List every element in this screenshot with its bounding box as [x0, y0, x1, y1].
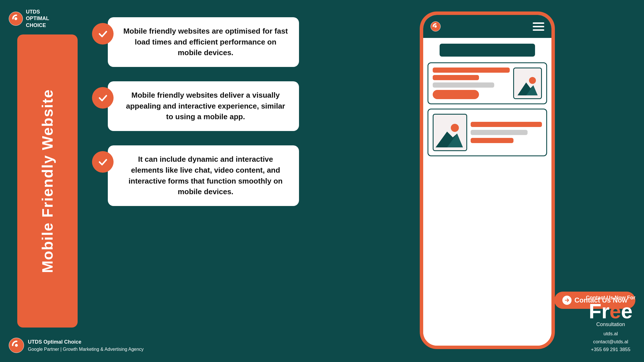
- feature-text-3: It can include dynamic and interactive e…: [122, 154, 289, 197]
- svg-point-13: [15, 344, 18, 347]
- phone-logo-small: [430, 21, 441, 32]
- feature-card-1: Mobile friendly websites are optimised f…: [108, 17, 299, 67]
- free-word-e: e: [610, 300, 621, 323]
- phone-card-2: [428, 109, 547, 156]
- free-text-large: Free: [586, 301, 635, 321]
- svg-point-9: [451, 124, 459, 132]
- card2-line3: [471, 138, 513, 143]
- feature-card-2: Mobile friendly websites deliver a visua…: [108, 81, 299, 131]
- card2-line1: [471, 122, 542, 127]
- banner-title: Mobile Friendly Website: [39, 89, 56, 273]
- feature-cards-area: Mobile friendly websites are optimised f…: [92, 17, 299, 220]
- card1-line2: [433, 75, 479, 80]
- card2-line2: [471, 130, 528, 135]
- contact-phone: +355 69 291 3855: [586, 346, 635, 353]
- check-icon-2: [92, 87, 114, 109]
- phone-hero-bar: [440, 44, 535, 57]
- phone-card-1-lines: [433, 68, 510, 99]
- check-icon-3: [92, 151, 114, 173]
- card1-btn: [433, 90, 479, 99]
- contact-details: utds.al contact@utds.al +355 69 291 3855: [586, 330, 635, 353]
- free-consultation-area: Contact Us Now For Free Consultation utd…: [586, 295, 635, 353]
- phone-card1-image: [513, 68, 542, 99]
- logo-icon: [9, 11, 23, 26]
- brand-name: UTDS OPTIMAL CHOICE: [26, 9, 49, 29]
- feature-item-3: It can include dynamic and interactive e…: [92, 145, 299, 206]
- svg-point-1: [14, 17, 17, 20]
- feature-text-2: Mobile friendly websites deliver a visua…: [122, 90, 289, 122]
- free-word-fr: Fr: [589, 300, 610, 323]
- bottom-logo-text: UTDS Optimal Choice Google Partner | Gro…: [28, 338, 144, 353]
- free-word-e2: e: [621, 300, 632, 323]
- phone-card2-lines: [471, 114, 542, 151]
- svg-point-5: [529, 77, 536, 84]
- card1-line3: [433, 82, 494, 88]
- vertical-banner: Mobile Friendly Website: [17, 34, 78, 328]
- svg-point-3: [434, 25, 437, 28]
- contact-arrow-icon: [562, 296, 572, 305]
- phone-screen-content: [423, 38, 551, 346]
- card1-line1: [433, 68, 510, 73]
- logo-area: UTDS OPTIMAL CHOICE: [9, 9, 49, 29]
- bottom-logo-icon: [9, 338, 24, 353]
- feature-text-1: Mobile friendly websites are optimised f…: [122, 26, 289, 58]
- feature-card-3: It can include dynamic and interactive e…: [108, 145, 299, 206]
- contact-website: utds.al: [586, 330, 635, 338]
- footer-descriptor: Google Partner | Growth Marketing & Adve…: [28, 346, 144, 353]
- phone-card2-image: [433, 114, 467, 151]
- phone-notch-bar: [423, 15, 551, 38]
- hamburger-icon: [533, 22, 544, 31]
- phone-card-1: [428, 62, 547, 104]
- footer-company-name: UTDS Optimal Choice: [28, 338, 144, 346]
- feature-item-2: Mobile friendly websites deliver a visua…: [92, 81, 299, 131]
- contact-email: contact@utds.al: [586, 338, 635, 346]
- feature-item-1: Mobile friendly websites are optimised f…: [92, 17, 299, 67]
- phone-mockup: [420, 11, 555, 349]
- check-icon-1: [92, 23, 114, 45]
- bottom-logo-area: UTDS Optimal Choice Google Partner | Gro…: [9, 338, 144, 353]
